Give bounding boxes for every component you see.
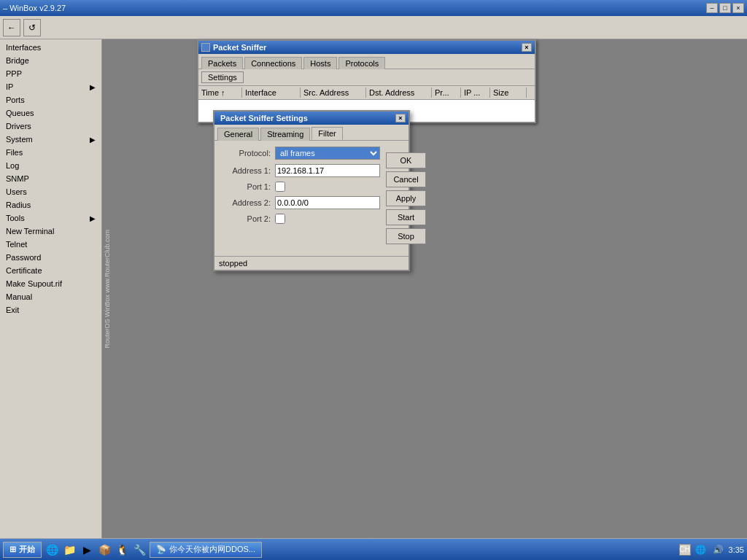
status-text: stopped bbox=[219, 259, 247, 268]
packet-sniffer-title-bar: Packet Sniffer × bbox=[198, 41, 535, 54]
packet-sniffer-tab-bar: Packets Connections Hosts Protocols bbox=[198, 54, 535, 69]
ie-icon[interactable]: 🌐 bbox=[44, 542, 59, 557]
sidebar-label: Manual bbox=[6, 292, 32, 301]
start-icon: ⊞ bbox=[9, 545, 16, 554]
sidebar-label: PPP bbox=[6, 69, 22, 78]
protocol-select[interactable]: all frames tcp udp icmp bbox=[275, 147, 380, 160]
sidebar-item-drivers[interactable]: Drivers bbox=[0, 120, 101, 133]
sidebar-item-tools[interactable]: Tools ▶ bbox=[0, 211, 101, 225]
chevron-right-icon: ▶ bbox=[90, 83, 96, 91]
sidebar-item-new-terminal[interactable]: New Terminal bbox=[0, 225, 101, 238]
sidebar-item-system[interactable]: System ▶ bbox=[0, 133, 101, 146]
stop-button[interactable]: Stop bbox=[386, 228, 426, 244]
settings-dialog: Packet Sniffer Settings × General Stream… bbox=[213, 110, 410, 271]
cancel-button[interactable]: Cancel bbox=[386, 171, 426, 187]
sidebar-label: Queues bbox=[6, 109, 34, 117]
address1-row: Address 1: bbox=[220, 164, 380, 177]
penguin-icon[interactable]: 🐧 bbox=[115, 542, 129, 557]
app-icon[interactable]: 🔧 bbox=[132, 542, 147, 557]
sidebar: Interfaces Bridge PPP IP ▶ Ports Queues … bbox=[0, 39, 102, 538]
tab-packets[interactable]: Packets bbox=[201, 57, 243, 69]
sidebar-item-interfaces[interactable]: Interfaces bbox=[0, 41, 101, 54]
address1-input[interactable] bbox=[275, 164, 380, 177]
sidebar-item-files[interactable]: Files bbox=[0, 146, 101, 159]
folder-icon[interactable]: 📁 bbox=[62, 542, 77, 557]
title-bar: – WinBox v2.9.27 – □ × bbox=[0, 0, 747, 16]
taskbar: ⊞ 开始 🌐 📁 ▶ 📦 🐧 🔧 📡 你今天你被内网DDOS... CH 🌐 🔊… bbox=[0, 538, 747, 560]
content-area: RouterOS WinBox www.RouterClub.com Packe… bbox=[102, 39, 747, 538]
refresh-button[interactable]: ↺ bbox=[23, 19, 41, 36]
window-icon bbox=[201, 43, 210, 52]
start-button[interactable]: ⊞ 开始 bbox=[3, 542, 42, 558]
tab-protocols[interactable]: Protocols bbox=[338, 57, 385, 69]
network-icon[interactable]: 🌐 bbox=[694, 542, 708, 557]
settings-button[interactable]: Settings bbox=[201, 71, 244, 83]
port1-row: Port 1: bbox=[220, 182, 380, 192]
address1-label: Address 1: bbox=[220, 166, 275, 175]
sidebar-item-log[interactable]: Log bbox=[0, 159, 101, 172]
sidebar-label: Telnet bbox=[6, 240, 27, 249]
port1-label: Port 1: bbox=[220, 182, 275, 191]
port1-checkbox[interactable] bbox=[275, 182, 285, 192]
tab-streaming[interactable]: Streaming bbox=[260, 128, 310, 141]
col-interface: Interface bbox=[242, 88, 301, 98]
sidebar-item-queues[interactable]: Queues bbox=[0, 106, 101, 120]
sidebar-label: Radius bbox=[6, 201, 31, 209]
sidebar-item-exit[interactable]: Exit bbox=[0, 303, 101, 316]
col-size: Size bbox=[490, 88, 527, 98]
close-button[interactable]: × bbox=[732, 3, 744, 13]
sidebar-item-make-supout[interactable]: Make Supout.rif bbox=[0, 277, 101, 290]
form-fields: Protocol: all frames tcp udp icmp Addres… bbox=[220, 147, 380, 250]
packet-sniffer-close-button[interactable]: × bbox=[522, 43, 532, 52]
settings-bar: Settings bbox=[198, 69, 535, 86]
minimize-button[interactable]: – bbox=[706, 3, 718, 13]
settings-dialog-close-button[interactable]: × bbox=[395, 114, 406, 122]
tab-connections[interactable]: Connections bbox=[244, 57, 302, 69]
chevron-right-icon: ▶ bbox=[90, 136, 96, 144]
port2-label: Port 2: bbox=[220, 214, 275, 223]
start-button[interactable]: Start bbox=[386, 209, 426, 225]
sidebar-item-certificate[interactable]: Certificate bbox=[0, 264, 101, 277]
tab-hosts[interactable]: Hosts bbox=[303, 57, 337, 69]
address2-row: Address 2: bbox=[220, 196, 380, 209]
ok-button[interactable]: OK bbox=[386, 152, 426, 168]
back-button[interactable]: ← bbox=[3, 19, 20, 36]
settings-dialog-tab-bar: General Streaming Filter bbox=[214, 125, 409, 141]
sidebar-item-ppp[interactable]: PPP bbox=[0, 67, 101, 80]
sidebar-item-telnet[interactable]: Telnet bbox=[0, 238, 101, 251]
status-area: stopped bbox=[214, 256, 409, 270]
tab-general[interactable]: General bbox=[217, 128, 259, 141]
sidebar-item-ip[interactable]: IP ▶ bbox=[0, 80, 101, 93]
port2-checkbox[interactable] bbox=[275, 214, 285, 224]
sidebar-item-ports[interactable]: Ports bbox=[0, 93, 101, 106]
winbox-icon[interactable]: 📦 bbox=[97, 542, 112, 557]
taskbar-quick-launch: 🌐 📁 ▶ 📦 🐧 🔧 bbox=[44, 542, 147, 557]
title-bar-buttons: – □ × bbox=[706, 3, 744, 13]
sidebar-item-bridge[interactable]: Bridge bbox=[0, 54, 101, 67]
tab-filter[interactable]: Filter bbox=[311, 127, 342, 140]
settings-dialog-title-text: Packet Sniffer Settings bbox=[220, 114, 308, 122]
sidebar-item-users[interactable]: Users bbox=[0, 185, 101, 198]
sidebar-label: Exit bbox=[6, 306, 19, 314]
sidebar-item-snmp[interactable]: SNMP bbox=[0, 172, 101, 185]
address2-input[interactable] bbox=[275, 196, 380, 209]
address2-label: Address 2: bbox=[220, 198, 275, 207]
main-layout: Interfaces Bridge PPP IP ▶ Ports Queues … bbox=[0, 39, 747, 538]
volume-icon[interactable]: 🔊 bbox=[711, 542, 726, 557]
maximize-button[interactable]: □ bbox=[719, 3, 731, 13]
packet-sniffer-window: Packet Sniffer × Packets Connections Hos… bbox=[197, 39, 536, 123]
sidebar-item-radius[interactable]: Radius bbox=[0, 198, 101, 211]
sidebar-label: Tools bbox=[6, 214, 25, 222]
media-icon[interactable]: ▶ bbox=[80, 542, 94, 557]
col-ip: IP ... bbox=[461, 88, 490, 98]
sidebar-label: Users bbox=[6, 187, 27, 196]
packet-sniffer-title-text: Packet Sniffer bbox=[213, 43, 266, 52]
start-label: 开始 bbox=[19, 544, 35, 555]
sidebar-item-manual[interactable]: Manual bbox=[0, 290, 101, 303]
ch-indicator[interactable]: CH bbox=[679, 544, 691, 556]
sidebar-label: IP bbox=[6, 82, 13, 91]
sidebar-item-password[interactable]: Password bbox=[0, 251, 101, 264]
apply-button[interactable]: Apply bbox=[386, 190, 426, 206]
taskbar-task-item[interactable]: 📡 你今天你被内网DDOS... bbox=[150, 542, 262, 558]
toolbar: ← ↺ bbox=[0, 16, 747, 39]
